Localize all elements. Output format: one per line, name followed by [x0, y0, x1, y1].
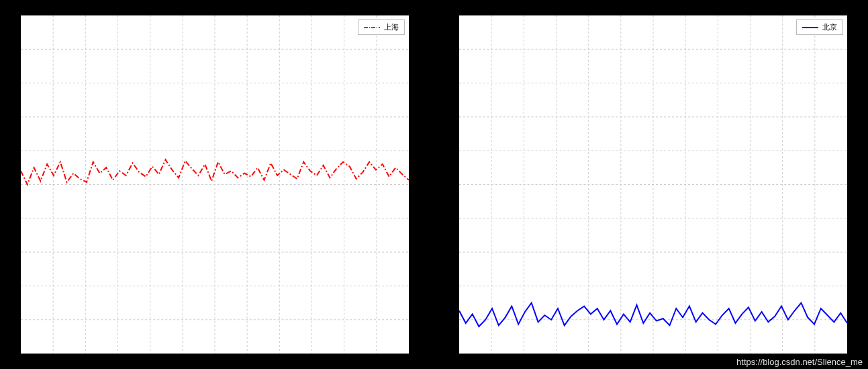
- legend-shanghai: 上海: [358, 19, 405, 35]
- legend-label-beijing: 北京: [822, 22, 837, 32]
- chart-shanghai: 上海: [20, 15, 409, 354]
- legend-beijing: 北京: [796, 19, 843, 35]
- legend-swatch-shanghai: [364, 24, 380, 31]
- legend-label-shanghai: 上海: [384, 22, 399, 32]
- chart-beijing: 北京: [459, 15, 848, 354]
- chart-shanghai-plot: [21, 15, 409, 354]
- watermark: https://blog.csdn.net/Slience_me: [736, 357, 863, 367]
- legend-swatch-beijing: [802, 24, 818, 31]
- chart-beijing-plot: [459, 15, 847, 354]
